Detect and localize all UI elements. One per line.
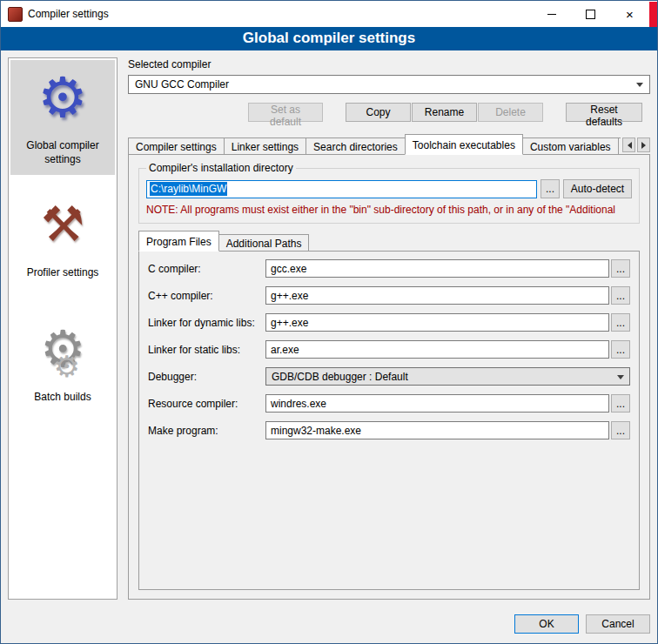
debugger-select-value: GDB/CDB debugger : Default: [272, 371, 408, 383]
maximize-icon: [586, 10, 595, 19]
window-title: Compiler settings: [28, 8, 109, 20]
program-files-page: C compiler: gcc.exe ... C++ compiler: g+…: [138, 251, 640, 590]
cpp-compiler-browse-button[interactable]: ...: [611, 286, 630, 305]
chevron-left-icon: [624, 142, 632, 149]
subtab-program-files[interactable]: Program Files: [138, 231, 219, 252]
c-compiler-row: C compiler: gcc.exe ...: [148, 259, 630, 278]
make-program-browse-button[interactable]: ...: [611, 421, 630, 439]
resource-compiler-label: Resource compiler:: [148, 398, 265, 410]
tab-scroll-left-button[interactable]: [622, 138, 635, 152]
debugger-row: Debugger: GDB/CDB debugger : Default: [148, 367, 630, 386]
titlebar[interactable]: Compiler settings ×: [1, 1, 657, 27]
minimize-button[interactable]: [532, 1, 571, 27]
cpp-compiler-input[interactable]: g++.exe: [265, 286, 609, 305]
tab-scroll-controls: [621, 138, 650, 152]
copy-button[interactable]: Copy: [346, 103, 411, 122]
resource-compiler-value: windres.exe: [271, 398, 326, 410]
static-linker-row: Linker for static libs: ar.exe ...: [148, 340, 630, 359]
dynamic-linker-input[interactable]: g++.exe: [265, 313, 609, 332]
blue-gear-icon: [37, 69, 87, 126]
profiler-tools-icon: [41, 196, 84, 253]
tab-toolchain-executables[interactable]: Toolchain executables: [405, 134, 523, 155]
cpp-compiler-label: C++ compiler:: [148, 290, 265, 302]
sidebar-item-label: Global compiler settings: [12, 138, 113, 166]
cancel-button[interactable]: Cancel: [586, 614, 650, 634]
program-files-tab-strip: Program Files Additional Paths: [138, 231, 640, 252]
toolchain-executables-page: Compiler's installation directory C:\ray…: [128, 154, 650, 600]
chevron-right-icon: [641, 142, 649, 149]
sidebar-item-label: Profiler settings: [27, 265, 99, 279]
installation-directory-input[interactable]: C:\raylib\MinGW: [146, 180, 537, 198]
window-icon: [8, 7, 23, 22]
installation-note-text: NOTE: All programs must exist either in …: [146, 204, 632, 216]
sidebar-spacer: [10, 289, 115, 312]
chevron-down-icon: [636, 83, 643, 91]
rename-button[interactable]: Rename: [412, 103, 477, 122]
set-as-default-button[interactable]: Set as default: [248, 103, 323, 122]
main-panel: Selected compiler GNU GCC Compiler Set a…: [128, 57, 650, 600]
debugger-label: Debugger:: [148, 371, 265, 383]
dynamic-linker-value: g++.exe: [271, 317, 308, 329]
installation-directory-group-title: Compiler's installation directory: [146, 162, 296, 174]
sidebar-item-batch-builds[interactable]: Batch builds: [10, 312, 115, 413]
c-compiler-value: gcc.exe: [271, 263, 306, 275]
tab-search-directories[interactable]: Search directories: [306, 138, 406, 155]
compiler-select[interactable]: GNU GCC Compiler: [128, 75, 650, 94]
installation-directory-value: C:\raylib\MinGW: [150, 182, 227, 196]
static-linker-label: Linker for static libs:: [148, 344, 265, 356]
c-compiler-browse-button[interactable]: ...: [611, 259, 630, 278]
cpp-compiler-row: C++ compiler: g++.exe ...: [148, 286, 630, 305]
browse-directory-button[interactable]: ...: [540, 179, 560, 198]
compiler-select-value: GNU GCC Compiler: [135, 78, 229, 91]
static-linker-input[interactable]: ar.exe: [265, 340, 609, 359]
installation-directory-row: C:\raylib\MinGW ... Auto-detect: [146, 179, 632, 198]
delete-button[interactable]: Delete: [478, 103, 543, 122]
close-button[interactable]: ×: [610, 1, 649, 27]
make-program-label: Make program:: [148, 425, 265, 437]
tab-scroll-right-button[interactable]: [637, 138, 650, 152]
resource-compiler-row: Resource compiler: windres.exe ...: [148, 394, 630, 413]
ok-button[interactable]: OK: [514, 614, 579, 634]
static-linker-value: ar.exe: [271, 344, 299, 356]
sidebar-item-global-compiler-settings[interactable]: Global compiler settings: [10, 60, 115, 175]
make-program-value: mingw32-make.exe: [271, 425, 361, 437]
reset-defaults-button[interactable]: Reset defaults: [566, 103, 642, 122]
dynamic-linker-browse-button[interactable]: ...: [611, 313, 630, 332]
make-program-input[interactable]: mingw32-make.exe: [265, 421, 609, 439]
sidebar-item-label: Batch builds: [34, 390, 91, 404]
titlebar-red-artifact: [649, 2, 657, 27]
close-icon: ×: [626, 8, 634, 21]
resource-compiler-browse-button[interactable]: ...: [611, 394, 630, 413]
cpp-compiler-value: g++.exe: [271, 290, 308, 302]
compiler-settings-window: Compiler settings × Global compiler sett…: [0, 0, 658, 644]
resource-compiler-input[interactable]: windres.exe: [265, 394, 609, 413]
chevron-down-icon: [617, 375, 624, 383]
maximize-button[interactable]: [571, 1, 610, 27]
dynamic-linker-label: Linker for dynamic libs:: [148, 317, 265, 329]
tab-custom-variables[interactable]: Custom variables: [522, 138, 619, 155]
auto-detect-button[interactable]: Auto-detect: [563, 179, 632, 198]
debugger-select[interactable]: GDB/CDB debugger : Default: [265, 367, 630, 386]
minimize-icon: [547, 14, 556, 15]
subtab-additional-paths[interactable]: Additional Paths: [218, 234, 310, 252]
dialog-body: Global compiler settings Profiler settin…: [1, 50, 657, 607]
compiler-actions: Set as default Copy Rename Delete Reset …: [128, 103, 650, 122]
dialog-footer: OK Cancel: [1, 607, 657, 643]
sidebar-item-profiler-settings[interactable]: Profiler settings: [10, 187, 115, 288]
sidebar-spacer: [10, 175, 115, 187]
c-compiler-label: C compiler:: [148, 263, 265, 275]
gray-gears-icon: [40, 320, 85, 378]
selected-compiler-label: Selected compiler: [128, 58, 650, 70]
make-program-row: Make program: mingw32-make.exe ...: [148, 421, 630, 439]
c-compiler-input[interactable]: gcc.exe: [265, 259, 609, 278]
category-sidebar: Global compiler settings Profiler settin…: [8, 57, 118, 600]
dialog-heading: Global compiler settings: [1, 27, 657, 50]
settings-tab-strip: Compiler settings Linker settings Search…: [128, 134, 650, 155]
static-linker-browse-button[interactable]: ...: [611, 340, 630, 359]
dynamic-linker-row: Linker for dynamic libs: g++.exe ...: [148, 313, 630, 332]
installation-directory-group: Compiler's installation directory C:\ray…: [138, 162, 640, 224]
tab-linker-settings[interactable]: Linker settings: [224, 138, 306, 155]
tab-compiler-settings[interactable]: Compiler settings: [128, 138, 225, 155]
